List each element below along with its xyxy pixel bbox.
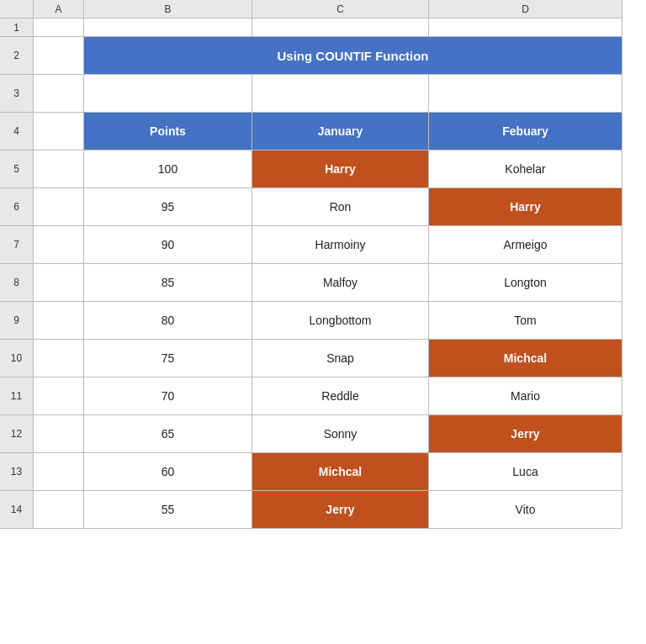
- cell-11a[interactable]: [34, 377, 84, 415]
- row-header-9: 9: [0, 302, 34, 340]
- row-header-6: 6: [0, 188, 34, 226]
- row-4: 4 Points January Febuary: [0, 113, 646, 150]
- cell-7d-feb[interactable]: Armeigo: [429, 226, 622, 264]
- cell-10b-points[interactable]: 75: [84, 340, 252, 377]
- cell-header-february[interactable]: Febuary: [429, 113, 622, 150]
- cell-2a[interactable]: [34, 37, 84, 75]
- cell-10d-feb[interactable]: Michcal: [429, 340, 622, 377]
- cell-9c-jan[interactable]: Longbottom: [252, 302, 429, 340]
- cell-6a[interactable]: [34, 188, 84, 226]
- spreadsheet: A B C D 1 2 Using COUNTIF Function 3: [0, 0, 646, 644]
- row-1: 1: [0, 18, 646, 37]
- row-6: 6 95 Ron Harry: [0, 188, 646, 226]
- row-2: 2 Using COUNTIF Function: [0, 37, 646, 75]
- row-header-7: 7: [0, 226, 34, 264]
- row-5: 5 100 Harry Kohelar: [0, 150, 646, 188]
- row-header-12: 12: [0, 415, 34, 453]
- col-header-a: A: [34, 0, 84, 18]
- row-9: 9 80 Longbottom Tom: [0, 302, 646, 340]
- row-header-10: 10: [0, 340, 34, 377]
- cell-12d-feb[interactable]: Jerry: [429, 415, 622, 453]
- cell-3c[interactable]: [252, 75, 429, 113]
- cell-8a[interactable]: [34, 264, 84, 302]
- cell-1c[interactable]: [252, 18, 429, 37]
- col-header-d: D: [429, 0, 622, 18]
- cell-7b-points[interactable]: 90: [84, 226, 252, 264]
- cell-6c-jan[interactable]: Ron: [252, 188, 429, 226]
- data-rows: 5 100 Harry Kohelar 6 95 Ron Harry 7 90 …: [0, 150, 646, 529]
- row-8: 8 85 Malfoy Longton: [0, 264, 646, 302]
- cell-9d-feb[interactable]: Tom: [429, 302, 622, 340]
- row-14: 14 55 Jerry Vito: [0, 491, 646, 529]
- row-header-5: 5: [0, 150, 34, 188]
- cell-12b-points[interactable]: 65: [84, 415, 252, 453]
- cell-11b-points[interactable]: 70: [84, 377, 252, 415]
- cell-13d-feb[interactable]: Luca: [429, 453, 622, 491]
- cell-12a[interactable]: [34, 415, 84, 453]
- cell-6b-points[interactable]: 95: [84, 188, 252, 226]
- cell-13a[interactable]: [34, 453, 84, 491]
- row-header-11: 11: [0, 377, 34, 415]
- cell-8d-feb[interactable]: Longton: [429, 264, 622, 302]
- col-header-b: B: [84, 0, 252, 18]
- cell-10a[interactable]: [34, 340, 84, 377]
- cell-4a[interactable]: [34, 113, 84, 150]
- cell-14b-points[interactable]: 55: [84, 491, 252, 529]
- row-11: 11 70 Reddle Mario: [0, 377, 646, 415]
- column-headers: A B C D: [0, 0, 646, 18]
- cell-5d-feb[interactable]: Kohelar: [429, 150, 622, 188]
- col-header-c: C: [252, 0, 429, 18]
- row-header-1: 1: [0, 18, 34, 37]
- row-7: 7 90 Harmoiny Armeigo: [0, 226, 646, 264]
- row-header-8: 8: [0, 264, 34, 302]
- cell-14d-feb[interactable]: Vito: [429, 491, 622, 529]
- cell-1a[interactable]: [34, 18, 84, 37]
- cell-3a[interactable]: [34, 75, 84, 113]
- row-13: 13 60 Michcal Luca: [0, 453, 646, 491]
- grid-body: 1 2 Using COUNTIF Function 3 4 Points Ja…: [0, 18, 646, 644]
- cell-5b-points[interactable]: 100: [84, 150, 252, 188]
- row-header-4: 4: [0, 113, 34, 150]
- cell-13c-jan[interactable]: Michcal: [252, 453, 429, 491]
- cell-10c-jan[interactable]: Snap: [252, 340, 429, 377]
- cell-1b[interactable]: [84, 18, 252, 37]
- cell-8b-points[interactable]: 85: [84, 264, 252, 302]
- cell-header-points[interactable]: Points: [84, 113, 252, 150]
- row-header-13: 13: [0, 453, 34, 491]
- cell-7c-jan[interactable]: Harmoiny: [252, 226, 429, 264]
- row-10: 10 75 Snap Michcal: [0, 340, 646, 377]
- cell-13b-points[interactable]: 60: [84, 453, 252, 491]
- cell-3d[interactable]: [429, 75, 622, 113]
- cell-9b-points[interactable]: 80: [84, 302, 252, 340]
- row-header-3: 3: [0, 75, 34, 113]
- cell-5a[interactable]: [34, 150, 84, 188]
- cell-8c-jan[interactable]: Malfoy: [252, 264, 429, 302]
- cell-header-january[interactable]: January: [252, 113, 429, 150]
- cell-14c-jan[interactable]: Jerry: [252, 491, 429, 529]
- row-header-2: 2: [0, 37, 34, 75]
- cell-14a[interactable]: [34, 491, 84, 529]
- cell-9a[interactable]: [34, 302, 84, 340]
- cell-11c-jan[interactable]: Reddle: [252, 377, 429, 415]
- cell-12c-jan[interactable]: Sonny: [252, 415, 429, 453]
- cell-7a[interactable]: [34, 226, 84, 264]
- row-3: 3: [0, 75, 646, 113]
- cell-5c-jan[interactable]: Harry: [252, 150, 429, 188]
- cell-title[interactable]: Using COUNTIF Function: [84, 37, 622, 75]
- cell-11d-feb[interactable]: Mario: [429, 377, 622, 415]
- cell-1d[interactable]: [429, 18, 622, 37]
- cell-6d-feb[interactable]: Harry: [429, 188, 622, 226]
- row-header-14: 14: [0, 491, 34, 529]
- row-12: 12 65 Sonny Jerry: [0, 415, 646, 453]
- corner-cell: [0, 0, 34, 18]
- cell-3b[interactable]: [84, 75, 252, 113]
